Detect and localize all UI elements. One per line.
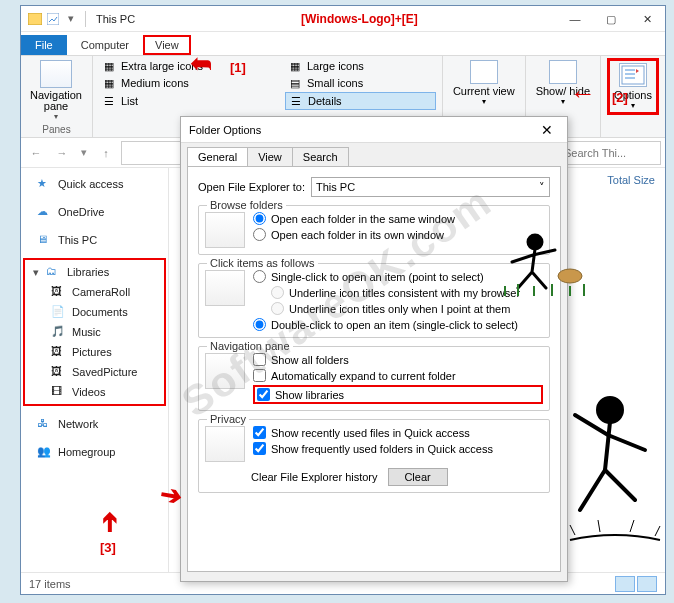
dialog-body: Open File Explorer to: This PC ˅ Browse … <box>187 166 561 572</box>
minimize-button[interactable]: — <box>557 6 593 32</box>
folder-icon: 🖼 <box>51 285 67 299</box>
sidebar-item-music[interactable]: 🎵Music <box>25 322 164 342</box>
star-icon: ★ <box>37 177 53 191</box>
show-hide-button[interactable]: Show/ hide ▾ <box>532 58 594 108</box>
grid-icon: ▤ <box>287 76 303 90</box>
sidebar-item-quick-access[interactable]: ★Quick access <box>23 174 166 194</box>
details-view-toggle[interactable] <box>615 576 635 592</box>
check-frequent-folders[interactable]: Show frequently used folders in Quick ac… <box>253 442 543 455</box>
sidebar-item-libraries[interactable]: ▾🗂Libraries <box>25 262 164 282</box>
navigation-pane-button[interactable]: Navigation pane ▾ <box>27 58 85 123</box>
svg-line-6 <box>630 520 634 532</box>
clear-history-label: Clear File Explorer history <box>251 471 378 483</box>
dialog-tab-search[interactable]: Search <box>292 147 349 166</box>
radio-underline-point: Underline icon titles only when I point … <box>253 302 543 315</box>
dialog-close-button[interactable]: ✕ <box>535 122 559 138</box>
window-controls: — ▢ ✕ <box>557 6 665 32</box>
tab-view[interactable]: View <box>143 35 191 55</box>
browse-folders-group: Browse folders Open each folder in the s… <box>198 205 550 255</box>
dialog-tab-general[interactable]: General <box>187 147 248 166</box>
thumbnails-view-toggle[interactable] <box>637 576 657 592</box>
layout-extra-large[interactable]: ▦Extra large icons <box>99 58 275 74</box>
close-button[interactable]: ✕ <box>629 6 665 32</box>
svg-rect-1 <box>47 13 59 25</box>
options-icon <box>619 63 647 87</box>
layout-large[interactable]: ▦Large icons <box>285 58 436 74</box>
list-icon: ☰ <box>101 94 117 108</box>
grid-icon: ▦ <box>287 59 303 73</box>
navpane-group-icon <box>205 353 245 389</box>
sidebar-item-this-pc[interactable]: 🖥This PC <box>23 230 166 250</box>
network-icon: 🖧 <box>37 417 53 431</box>
music-icon: 🎵 <box>51 325 67 339</box>
sidebar-item-documents[interactable]: 📄Documents <box>25 302 164 322</box>
grid-icon: ▦ <box>101 76 117 90</box>
grid-icon: ▦ <box>101 59 117 73</box>
sidebar-item-homegroup[interactable]: 👥Homegroup <box>23 442 166 462</box>
dialog-title: Folder Options <box>189 124 261 136</box>
sidebar-item-videos[interactable]: 🎞Videos <box>25 382 164 402</box>
check-auto-expand[interactable]: Automatically expand to current folder <box>253 369 543 382</box>
check-recent-files[interactable]: Show recently used files in Quick access <box>253 426 543 439</box>
current-view-icon <box>470 60 498 84</box>
maximize-button[interactable]: ▢ <box>593 6 629 32</box>
open-to-select[interactable]: This PC ˅ <box>311 177 550 197</box>
pc-icon: 🖥 <box>37 233 53 247</box>
navigation-pane-label: Navigation pane <box>30 90 82 112</box>
radio-same-window[interactable]: Open each folder in the same window <box>253 212 543 225</box>
window-title: This PC <box>96 13 135 25</box>
check-show-libraries[interactable]: Show libraries <box>253 385 543 404</box>
navigation-pane-icon <box>40 60 72 88</box>
click-items-group: Click items as follows Single-click to o… <box>198 263 550 338</box>
sidebar-item-network[interactable]: 🖧Network <box>23 414 166 434</box>
dialog-tabs: General View Search <box>181 143 567 166</box>
title-bar: ▾ This PC [Windows-Logo]+[E] — ▢ ✕ <box>21 6 665 32</box>
layout-list[interactable]: ☰List <box>99 92 275 110</box>
folder-options-dialog: Folder Options ✕ General View Search Ope… <box>180 116 568 582</box>
tab-file[interactable]: File <box>21 35 67 55</box>
layout-medium[interactable]: ▦Medium icons <box>99 75 275 91</box>
svg-line-5 <box>598 520 600 532</box>
chevron-down-icon: ▾ <box>54 112 58 121</box>
recent-dropdown[interactable]: ▾ <box>77 142 91 164</box>
svg-rect-2 <box>622 66 644 84</box>
navigation-pane-group: Navigation pane Show all folders Automat… <box>198 346 550 411</box>
qat-dropdown-icon[interactable]: ▾ <box>63 11 79 27</box>
layout-details[interactable]: ☰Details <box>285 92 436 110</box>
dialog-tab-view[interactable]: View <box>247 147 293 166</box>
privacy-group: Privacy Show recently used files in Quic… <box>198 419 550 493</box>
svg-line-7 <box>655 526 660 536</box>
radio-double-click[interactable]: Double-click to open an item (single-cli… <box>253 318 543 331</box>
view-mode-toggles <box>615 576 657 592</box>
svg-point-9 <box>558 269 582 283</box>
navigation-tree: ★Quick access ☁OneDrive 🖥This PC ▾🗂Libra… <box>21 168 169 572</box>
details-icon: ☰ <box>288 94 304 108</box>
options-button[interactable]: Options ▾ <box>607 58 659 115</box>
open-explorer-to-row: Open File Explorer to: This PC ˅ <box>198 177 550 197</box>
check-show-all-folders[interactable]: Show all folders <box>253 353 543 366</box>
svg-point-8 <box>528 235 542 249</box>
pictures-icon: 🖼 <box>51 365 67 379</box>
sidebar-item-pictures[interactable]: 🖼Pictures <box>25 342 164 362</box>
sidebar-item-savedpictures[interactable]: 🖼SavedPicture <box>25 362 164 382</box>
dialog-title-bar: Folder Options ✕ <box>181 117 567 143</box>
privacy-icon <box>205 426 245 462</box>
current-view-button[interactable]: Current view ▾ <box>449 58 519 108</box>
chevron-down-icon: ▾ <box>631 101 635 110</box>
properties-icon[interactable] <box>45 11 61 27</box>
separator <box>85 11 86 27</box>
tab-computer[interactable]: Computer <box>67 35 143 55</box>
search-placeholder: Search Thi... <box>564 147 626 159</box>
sidebar-item-cameraroll[interactable]: 🖼CameraRoll <box>25 282 164 302</box>
item-count: 17 items <box>29 578 71 590</box>
forward-button[interactable]: → <box>51 142 73 164</box>
column-total-size[interactable]: Total Size <box>607 174 655 186</box>
up-button[interactable]: ↑ <box>95 142 117 164</box>
open-to-label: Open File Explorer to: <box>198 181 305 193</box>
clear-button[interactable]: Clear <box>388 468 448 486</box>
layout-gallery: ▦Extra large icons ▦Large icons ▦Medium … <box>99 58 436 110</box>
layout-small[interactable]: ▤Small icons <box>285 75 436 91</box>
document-icon: 📄 <box>51 305 67 319</box>
back-button[interactable]: ← <box>25 142 47 164</box>
sidebar-item-onedrive[interactable]: ☁OneDrive <box>23 202 166 222</box>
